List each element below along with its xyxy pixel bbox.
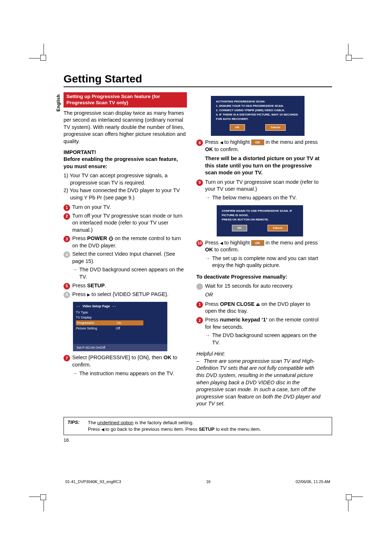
step-text: Press numeric keypad ‘1’ on the remote c… [205,316,323,331]
arrow-icon: → [205,194,211,202]
osd-footer: Set P-SCAN On/Off [73,344,167,351]
hint-label: Helpful Hint: [196,351,323,358]
step-number: 9 [196,179,203,186]
steps-left-cont: 5 Press SETUP. 6 Press to select {VIDEO … [64,282,187,298]
deact-step-2-result: →The DVD background screen appears on th… [205,332,323,346]
warning-text: There will be a distorted picture on you… [205,155,323,177]
osd-row-highlighted: ProgressiveOn [76,320,164,326]
step-number: 2 [196,317,203,324]
section-header: Setting up Progressive Scan feature (for… [64,92,187,108]
step-text: Turn off your TV progressive scan mode o… [72,212,187,234]
step-9: 9Turn on your TV progressive scan mode (… [196,179,323,193]
osd-line: 3. IF THERE IS A DISTORTED PICTURE, WAIT… [216,113,299,121]
step-text: Turn on your TV progressive scan mode (r… [205,179,323,193]
deact-bullet: Wait for 15 seconds for auto recovery. [196,283,323,290]
deact-wait: Wait for 15 seconds for auto recovery. [196,283,323,290]
step-7: 7 Select {PROGRESSIVE} to {ON}, then OK … [64,354,187,368]
step-7-result: →The instruction menu appears on the TV. [72,370,187,377]
osd-line: CONFIRM AGAIN TO USE PROGRESSIVE SCAN. I… [222,209,298,218]
left-arrow-icon [101,426,104,432]
osd-body: TV Type TV Display ProgressiveOn Picture… [73,309,167,344]
step-text: Turn on your TV. [72,204,187,211]
bullet-icon [196,283,203,290]
step-text: Press to highlight OK in the menu and pr… [205,139,323,153]
osd-ok-button: OK [230,124,245,131]
osd-ok-button: OK [232,225,247,231]
step-4: 4Select the correct Video Input channel.… [64,251,187,265]
left-arrow-icon [220,139,223,145]
osd-confirm: CONFIRM AGAIN TO USE PROGRESSIVE SCAN. I… [217,205,303,236]
tips-label: TIPS: [68,420,88,433]
osd-row: Picture SettingOff [76,326,164,331]
step-6: 6 Press to select {VIDEO SETUP PAGE}. [64,291,187,298]
step-9-result: →The below menu appears on the TV. [205,194,323,202]
step-10-result: →The set up is complete now and you can … [205,255,323,269]
step-number: 1 [196,301,203,308]
step-text: Select {PROGRESSIVE} to {ON}, then OK to… [72,354,187,368]
ensure-list: 1) Your TV can accept progressive signal… [64,172,187,201]
ok-chip: OK [251,240,264,246]
step-8-list: 8 Press to highlight OK in the menu and … [196,139,323,153]
osd-button-row: OK Cancel [216,121,299,134]
step-text: Press SETUP. [72,282,187,289]
left-column: Setting up Progressive Scan feature (for… [64,92,187,410]
important-label: IMPORTANT! [64,149,187,156]
osd-line: 1. ENSURE YOUR TV HAS PROGRESSIVE SCAN. [216,104,299,108]
osd-cancel-button: Cancel [268,225,288,231]
important-sub: Before enabling the progressive scan fea… [64,156,187,170]
osd-button-row: OK Cancel [222,222,298,235]
ok-chip: OK [251,139,264,145]
step-1: 1Turn on your TV. [64,204,187,211]
arrow-icon: → [72,266,78,280]
ensure-item: 1) Your TV can accept progressive signal… [64,172,187,186]
step-number: 8 [196,139,203,146]
osd-line: PRESS OK BUTTON ON REMOTE. [222,218,298,222]
osd-line: ACTIVATING PROGRESSIVE SCAN: [216,100,299,104]
arrow-icon: → [205,255,211,269]
step-text: Select the correct Video Input channel. … [72,251,187,265]
deactivate-heading: To deactivate Progressive manually: [196,274,323,281]
step-text: Press to select {VIDEO SETUP PAGE}. [72,291,187,298]
step-9-list: 9Turn on your TV progressive scan mode (… [196,179,323,193]
footer-date: 02/06/06, 11:25 AM [296,479,330,484]
osd-activating: ACTIVATING PROGRESSIVE SCAN: 1. ENSURE Y… [211,96,305,136]
step-number: 7 [64,355,70,361]
step-number: 1 [64,204,70,211]
step-8: 8 Press to highlight OK in the menu and … [196,139,323,153]
step-5: 5 Press SETUP. [64,282,187,289]
deact-step-2: 2 Press numeric keypad ‘1’ on the remote… [196,316,323,331]
osd-row: TV Type [76,310,164,315]
page-title: Getting Started [64,73,332,87]
language-tab: English [56,94,61,112]
deact-steps: 1 Press OPEN CLOSE on the DVD player to … [196,301,323,331]
ensure-item: 2) You have connected the DVD player to … [64,187,187,201]
osd-cancel-button: Cancel [265,124,286,131]
left-arrow-icon [220,240,223,246]
footer-line: 01-41_DVP3040K_93_engRC3 16 02/06/06, 11… [65,479,330,484]
osd-title: - - Video Setup Page - - [73,302,167,309]
steps-left: 1Turn on your TV. 2Turn off your TV prog… [64,204,187,265]
arrow-icon: → [205,332,211,346]
step-text: Press OPEN CLOSE on the DVD player to op… [205,301,323,315]
footer-file: 01-41_DVP3040K_93_engRC3 [65,479,121,484]
step-3: 3 Press POWER on the remote control to t… [64,235,187,249]
step-number: 2 [64,213,70,220]
step-10: 10 Press to highlight OK in the menu and… [196,239,323,254]
osd-line: 2. CONNECT USING YPBPR (GBR) VIDEO CABLE… [216,108,299,113]
step-2: 2Turn off your TV progressive scan mode … [64,212,187,234]
footer-page: 16 [206,479,211,484]
or-text: OR [205,291,323,299]
step-number: 6 [64,292,70,298]
tips-box: TIPS: The underlined option is the facto… [64,417,332,435]
page-number: 16 [64,437,332,443]
step-number: 3 [64,236,70,242]
step-10-list: 10 Press to highlight OK in the menu and… [196,239,323,254]
eject-icon [256,301,260,307]
power-icon [109,235,113,241]
arrow-icon: → [72,370,78,377]
osd-row: TV Display [76,315,164,320]
step-4-result: →The DVD background screen appears on th… [72,266,187,280]
hint-body: – There are some progressive scan TV and… [196,358,323,408]
step-number: 10 [196,240,203,247]
tips-body: The underlined option is the factory def… [88,420,328,433]
